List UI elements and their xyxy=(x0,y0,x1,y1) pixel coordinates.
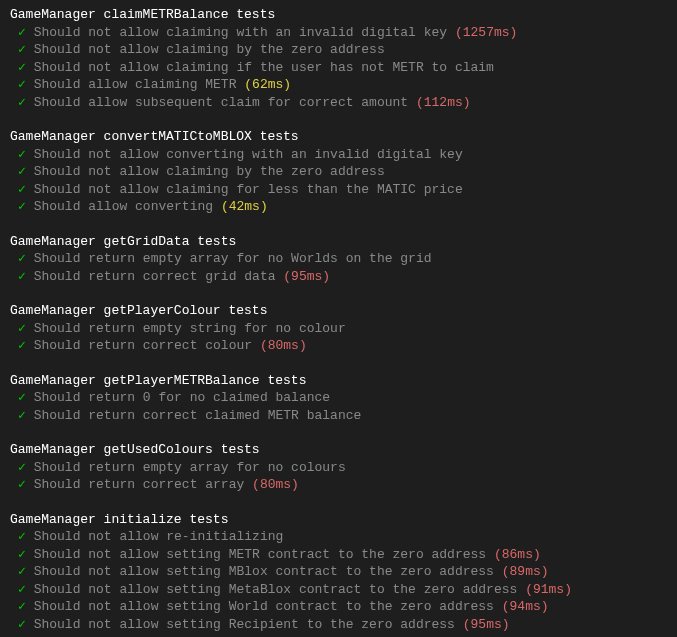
checkmark-icon: ✓ xyxy=(18,164,26,179)
test-suite: GameManager getUsedColours tests✓ Should… xyxy=(10,441,667,494)
suite-header: GameManager claimMETRBalance tests xyxy=(10,6,667,24)
suite-title: GameManager initialize tests xyxy=(10,512,228,527)
test-description: Should allow subsequent claim for correc… xyxy=(34,95,408,110)
suite-title: GameManager getPlayerMETRBalance tests xyxy=(10,373,306,388)
checkmark-icon: ✓ xyxy=(18,338,26,353)
checkmark-icon: ✓ xyxy=(18,42,26,57)
checkmark-icon: ✓ xyxy=(18,529,26,544)
suite-title: GameManager claimMETRBalance tests xyxy=(10,7,275,22)
suite-title: GameManager convertMATICtoMBLOX tests xyxy=(10,129,299,144)
checkmark-icon: ✓ xyxy=(18,547,26,562)
suite-title: GameManager getPlayerColour tests xyxy=(10,303,267,318)
test-description: Should return correct array xyxy=(34,477,245,492)
test-description: Should not allow setting Recipient to th… xyxy=(34,617,455,632)
test-timing: (94ms) xyxy=(502,599,549,614)
test-timing: (62ms) xyxy=(244,77,291,92)
test-line: ✓ Should return correct grid data (95ms) xyxy=(10,268,667,286)
checkmark-icon: ✓ xyxy=(18,251,26,266)
test-line: ✓ Should return 0 for no claimed balance xyxy=(10,389,667,407)
test-line: ✓ Should return empty string for no colo… xyxy=(10,320,667,338)
test-line: ✓ Should return empty array for no World… xyxy=(10,250,667,268)
test-description: Should return empty array for no colours xyxy=(34,460,346,475)
test-description: Should not allow claiming if the user ha… xyxy=(34,60,494,75)
test-timing: (86ms) xyxy=(494,547,541,562)
test-line: ✓ Should not allow claiming with an inva… xyxy=(10,24,667,42)
test-description: Should return 0 for no claimed balance xyxy=(34,390,330,405)
test-description: Should not allow setting METR contract t… xyxy=(34,547,486,562)
test-description: Should not allow claiming with an invali… xyxy=(34,25,447,40)
test-timing: (112ms) xyxy=(416,95,471,110)
checkmark-icon: ✓ xyxy=(18,199,26,214)
suite-header: GameManager initialize tests xyxy=(10,511,667,529)
test-suite: GameManager getPlayerMETRBalance tests✓ … xyxy=(10,372,667,425)
test-suite: GameManager getPlayerColour tests✓ Shoul… xyxy=(10,302,667,355)
test-description: Should not allow setting World contract … xyxy=(34,599,494,614)
test-description: Should return empty string for no colour xyxy=(34,321,346,336)
checkmark-icon: ✓ xyxy=(18,321,26,336)
test-line: ✓ Should not allow re-initializing xyxy=(10,528,667,546)
test-line: ✓ Should not allow setting METR contract… xyxy=(10,546,667,564)
test-line: ✓ Should not allow claiming by the zero … xyxy=(10,41,667,59)
test-description: Should not allow claiming by the zero ad… xyxy=(34,164,385,179)
checkmark-icon: ✓ xyxy=(18,582,26,597)
test-timing: (89ms) xyxy=(502,564,549,579)
test-output: GameManager claimMETRBalance tests✓ Shou… xyxy=(10,6,667,633)
test-line: ✓ Should not allow claiming by the zero … xyxy=(10,163,667,181)
checkmark-icon: ✓ xyxy=(18,564,26,579)
checkmark-icon: ✓ xyxy=(18,25,26,40)
test-line: ✓ Should return correct array (80ms) xyxy=(10,476,667,494)
test-description: Should not allow claiming for less than … xyxy=(34,182,463,197)
checkmark-icon: ✓ xyxy=(18,147,26,162)
test-line: ✓ Should not allow setting MetaBlox cont… xyxy=(10,581,667,599)
test-suite: GameManager convertMATICtoMBLOX tests✓ S… xyxy=(10,128,667,216)
test-timing: (80ms) xyxy=(252,477,299,492)
test-timing: (42ms) xyxy=(221,199,268,214)
suite-header: GameManager getGridData tests xyxy=(10,233,667,251)
test-description: Should return empty array for no Worlds … xyxy=(34,251,432,266)
checkmark-icon: ✓ xyxy=(18,477,26,492)
checkmark-icon: ✓ xyxy=(18,95,26,110)
test-description: Should return correct colour xyxy=(34,338,252,353)
test-timing: (1257ms) xyxy=(455,25,517,40)
checkmark-icon: ✓ xyxy=(18,460,26,475)
test-timing: (91ms) xyxy=(525,582,572,597)
test-line: ✓ Should return correct claimed METR bal… xyxy=(10,407,667,425)
checkmark-icon: ✓ xyxy=(18,60,26,75)
test-description: Should not allow re-initializing xyxy=(34,529,284,544)
test-line: ✓ Should return correct colour (80ms) xyxy=(10,337,667,355)
checkmark-icon: ✓ xyxy=(18,408,26,423)
test-line: ✓ Should return empty array for no colou… xyxy=(10,459,667,477)
test-timing: (80ms) xyxy=(260,338,307,353)
test-description: Should allow converting xyxy=(34,199,213,214)
test-timing: (95ms) xyxy=(463,617,510,632)
suite-header: GameManager getUsedColours tests xyxy=(10,441,667,459)
test-suite: GameManager initialize tests✓ Should not… xyxy=(10,511,667,634)
suite-header: GameManager convertMATICtoMBLOX tests xyxy=(10,128,667,146)
suite-header: GameManager getPlayerColour tests xyxy=(10,302,667,320)
suite-title: GameManager getUsedColours tests xyxy=(10,442,260,457)
test-line: ✓ Should allow claiming METR (62ms) xyxy=(10,76,667,94)
test-suite: GameManager getGridData tests✓ Should re… xyxy=(10,233,667,286)
test-description: Should not allow setting MBlox contract … xyxy=(34,564,494,579)
checkmark-icon: ✓ xyxy=(18,182,26,197)
test-description: Should not allow claiming by the zero ad… xyxy=(34,42,385,57)
checkmark-icon: ✓ xyxy=(18,617,26,632)
test-line: ✓ Should not allow claiming if the user … xyxy=(10,59,667,77)
test-line: ✓ Should not allow claiming for less tha… xyxy=(10,181,667,199)
test-description: Should return correct grid data xyxy=(34,269,276,284)
test-description: Should not allow setting MetaBlox contra… xyxy=(34,582,518,597)
test-line: ✓ Should not allow converting with an in… xyxy=(10,146,667,164)
checkmark-icon: ✓ xyxy=(18,599,26,614)
test-line: ✓ Should not allow setting World contrac… xyxy=(10,598,667,616)
test-timing: (95ms) xyxy=(283,269,330,284)
suite-title: GameManager getGridData tests xyxy=(10,234,236,249)
test-description: Should allow claiming METR xyxy=(34,77,237,92)
test-line: ✓ Should allow subsequent claim for corr… xyxy=(10,94,667,112)
test-line: ✓ Should not allow setting Recipient to … xyxy=(10,616,667,634)
suite-header: GameManager getPlayerMETRBalance tests xyxy=(10,372,667,390)
test-description: Should return correct claimed METR balan… xyxy=(34,408,362,423)
checkmark-icon: ✓ xyxy=(18,269,26,284)
test-suite: GameManager claimMETRBalance tests✓ Shou… xyxy=(10,6,667,111)
checkmark-icon: ✓ xyxy=(18,390,26,405)
checkmark-icon: ✓ xyxy=(18,77,26,92)
